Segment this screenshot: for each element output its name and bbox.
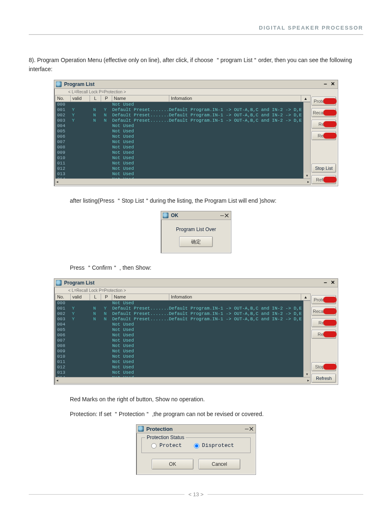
refresh-button[interactable]: Refresh bbox=[311, 374, 336, 383]
minimize-button[interactable]: – bbox=[220, 212, 224, 219]
ok-dialog: OK – ✕ Program List Over 确定 bbox=[161, 211, 231, 253]
recall-button[interactable]: Recall bbox=[311, 330, 336, 339]
scroll-up-icon[interactable]: ▴ bbox=[301, 95, 310, 102]
table-row[interactable]: 003YNNDefault Preset.......Default Progr… bbox=[55, 118, 303, 123]
vertical-scrollbar[interactable]: ▾ bbox=[304, 102, 311, 179]
table-row[interactable]: 014Not Used bbox=[55, 177, 303, 179]
table-row[interactable]: 012Not Used bbox=[55, 365, 303, 370]
col-header-info[interactable]: Infomation bbox=[169, 95, 301, 102]
table-row[interactable]: 014Not Used bbox=[55, 375, 303, 377]
table-row[interactable]: 013Not Used bbox=[55, 171, 303, 177]
table-row[interactable]: 010Not Used bbox=[55, 155, 303, 161]
col-header-valid[interactable]: valid bbox=[71, 95, 90, 102]
red-mark-icon bbox=[323, 297, 337, 303]
table-row[interactable]: 001YNYDefault Preset.......Default Progr… bbox=[55, 107, 303, 113]
red-mark-icon bbox=[323, 133, 337, 139]
protection-dialog: Protection – ✕ Protection Status Protect… bbox=[136, 424, 256, 475]
col-header-name[interactable]: Name bbox=[112, 95, 169, 102]
table-row[interactable]: 006Not Used bbox=[55, 134, 303, 139]
scroll-up-icon[interactable]: ▴ bbox=[301, 294, 310, 300]
col-header-no[interactable]: No. bbox=[55, 294, 71, 300]
col-header-p[interactable]: P bbox=[101, 294, 112, 300]
table-row[interactable]: 011Not Used bbox=[55, 359, 303, 365]
legend-text: < L=Recall Lock P=Protection > bbox=[54, 89, 338, 95]
confirm-button[interactable]: 确定 bbox=[179, 236, 213, 247]
disprotect-radio-label: Disprotect bbox=[202, 442, 234, 449]
table-row[interactable]: 009Not Used bbox=[55, 349, 303, 354]
close-button[interactable]: ✕ bbox=[249, 425, 254, 433]
recall-lock-button[interactable]: RecallLock bbox=[311, 108, 336, 117]
table-row[interactable]: 007Not Used bbox=[55, 139, 303, 145]
table-row[interactable]: 000Not Used bbox=[55, 102, 303, 107]
horizontal-scrollbar[interactable]: ◂▸ bbox=[55, 179, 311, 185]
stop-list-button[interactable]: Stop List bbox=[311, 164, 336, 173]
table-row[interactable]: 004Not Used bbox=[55, 322, 303, 327]
read-button[interactable]: Read bbox=[311, 318, 336, 327]
program-list-window-1: Program List – ✕ < L=Recall Lock P=Prote… bbox=[54, 80, 338, 186]
protection-button[interactable]: Protection bbox=[311, 97, 336, 106]
red-mark-icon bbox=[323, 308, 337, 314]
table-row[interactable]: 000Not Used bbox=[55, 301, 303, 306]
minimize-button[interactable]: – bbox=[245, 425, 249, 433]
col-header-no[interactable]: No. bbox=[55, 95, 71, 102]
ok-dialog-title: OK bbox=[171, 213, 220, 218]
col-header-info[interactable]: Infomation bbox=[169, 294, 301, 300]
table-row[interactable]: 004Not Used bbox=[55, 123, 303, 129]
section-8-intro: 8). Program Operation Menu (effective on… bbox=[29, 56, 363, 74]
col-header-l[interactable]: L bbox=[90, 294, 101, 300]
close-button[interactable]: ✕ bbox=[224, 212, 229, 220]
close-button[interactable]: ✕ bbox=[330, 280, 336, 286]
minimize-button[interactable]: – bbox=[322, 81, 329, 87]
refresh-button[interactable]: Refresh bbox=[311, 175, 336, 184]
window-title: Program List bbox=[64, 280, 322, 286]
horizontal-scrollbar[interactable]: ◂▸ bbox=[55, 377, 311, 384]
table-row[interactable]: 008Not Used bbox=[55, 343, 303, 349]
close-button[interactable]: ✕ bbox=[330, 81, 336, 87]
table-row[interactable]: 002YNNDefault Preset.......Default Progr… bbox=[55, 311, 303, 317]
table-row[interactable]: 001YNYDefault Preset.......Default Progr… bbox=[55, 306, 303, 311]
vertical-scrollbar[interactable]: ▾ bbox=[304, 301, 311, 377]
red-mark-icon bbox=[323, 110, 337, 116]
table-row[interactable]: 005Not Used bbox=[55, 327, 303, 333]
page-number: < 13 > bbox=[184, 491, 208, 497]
table-row[interactable]: 010Not Used bbox=[55, 354, 303, 359]
table-row[interactable]: 012Not Used bbox=[55, 166, 303, 171]
protection-dialog-title: Protection bbox=[146, 426, 245, 432]
page-header-title: DIGITAL SPEAKER PROCESSOR bbox=[29, 25, 363, 34]
table-row[interactable]: 006Not Used bbox=[55, 333, 303, 338]
table-row[interactable]: 011Not Used bbox=[55, 161, 303, 166]
read-button[interactable]: Read bbox=[311, 120, 336, 129]
table-row[interactable]: 003YNNDefault Preset.......Default Progr… bbox=[55, 317, 303, 322]
red-marks-text: Red Marks on the right of button, Show n… bbox=[70, 395, 363, 404]
cancel-button[interactable]: Cancel bbox=[198, 459, 240, 470]
protect-radio[interactable]: Protect bbox=[149, 442, 182, 449]
table-row[interactable]: 005Not Used bbox=[55, 129, 303, 134]
stop-list-button[interactable]: Stop List bbox=[311, 362, 336, 371]
protection-status-group: Protection Status Protect Disprotect bbox=[141, 437, 251, 453]
after-listing-text: after listing(Press ＂Stop List＂during th… bbox=[70, 196, 363, 205]
red-mark-icon bbox=[323, 320, 337, 326]
disprotect-radio-input[interactable] bbox=[194, 443, 199, 449]
titlebar: Program List – ✕ bbox=[54, 80, 338, 89]
table-row[interactable]: 009Not Used bbox=[55, 150, 303, 155]
protect-radio-input[interactable] bbox=[151, 443, 157, 449]
recall-lock-button[interactable]: RecallLock bbox=[311, 307, 336, 316]
table-row[interactable]: 013Not Used bbox=[55, 370, 303, 375]
grid-headers: No. valid L P Name Infomation ▴ bbox=[55, 294, 311, 301]
col-header-valid[interactable]: valid bbox=[71, 294, 90, 300]
recall-button[interactable]: Recall bbox=[311, 131, 336, 140]
table-row[interactable]: 008Not Used bbox=[55, 145, 303, 150]
protection-button[interactable]: Protection bbox=[311, 295, 336, 304]
minimize-button[interactable]: – bbox=[322, 280, 329, 286]
press-confirm-text: Press ＂Confirm＂ , then Show: bbox=[70, 263, 363, 272]
col-header-name[interactable]: Name bbox=[112, 294, 169, 300]
col-header-p[interactable]: P bbox=[101, 95, 112, 102]
red-mark-icon bbox=[323, 331, 337, 337]
disprotect-radio[interactable]: Disprotect bbox=[192, 442, 234, 449]
ok-button[interactable]: OK bbox=[152, 459, 194, 470]
grid-rows[interactable]: 000Not Used001YNYDefault Preset.......De… bbox=[55, 301, 304, 377]
col-header-l[interactable]: L bbox=[90, 95, 101, 102]
table-row[interactable]: 007Not Used bbox=[55, 338, 303, 343]
table-row[interactable]: 002YNNDefault Preset.......Default Progr… bbox=[55, 113, 303, 118]
grid-rows[interactable]: 000Not Used001YNYDefault Preset.......De… bbox=[55, 102, 304, 179]
